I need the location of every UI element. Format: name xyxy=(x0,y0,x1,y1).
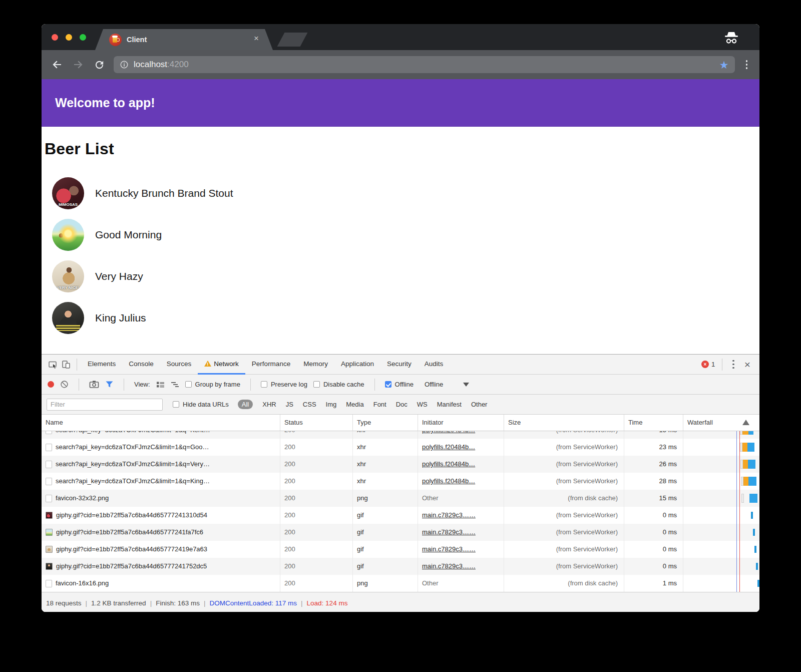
devtools-tab-elements[interactable]: Elements xyxy=(81,355,122,375)
request-type-icon xyxy=(46,529,53,536)
initiator-link[interactable]: main.c7829c3…… xyxy=(422,528,476,536)
request-name-cell[interactable]: search?api_key=dc6zaTOxFJmzC&limit=1&q=V… xyxy=(42,456,280,473)
table-row[interactable]: favicon-32x32.png 200 png Other (from di… xyxy=(42,490,759,507)
table-row[interactable]: search?api_key=dc6zaTOxFJmzC&limit=1&q=K… xyxy=(42,473,759,490)
back-button[interactable] xyxy=(51,58,64,71)
column-header-type[interactable]: Type xyxy=(353,415,418,431)
url-bar[interactable]: localhost:4200 xyxy=(114,56,735,73)
request-initiator-cell[interactable]: Other xyxy=(418,575,504,592)
page-info-icon[interactable] xyxy=(120,60,129,69)
devtools-tab-application[interactable]: Application xyxy=(334,355,380,375)
table-row[interactable]: search?api_key=dc6zaTOxFJmzC&limit=1&q=G… xyxy=(42,439,759,456)
hide-data-urls-checkbox[interactable]: Hide data URLs xyxy=(173,401,229,408)
filter-funnel-icon[interactable] xyxy=(105,381,114,389)
request-type-icon xyxy=(46,461,52,468)
filter-chip-other[interactable]: Other xyxy=(471,401,488,408)
new-tab-button[interactable] xyxy=(277,33,308,47)
inspect-element-icon[interactable] xyxy=(47,358,60,371)
filter-chip-media[interactable]: Media xyxy=(346,401,363,408)
browser-tab[interactable]: Client xyxy=(95,29,273,50)
request-name-cell[interactable]: search?api_key=dc6zaTOxFJmzC&limit=1&q=K… xyxy=(42,473,280,490)
request-initiator-cell[interactable]: polyfills.f20484b… xyxy=(418,439,504,456)
devtools-tab-network[interactable]: Network xyxy=(198,355,245,375)
request-name-cell[interactable]: favicon-32x32.png xyxy=(42,490,280,507)
devtools-menu-icon[interactable] xyxy=(729,358,737,371)
filter-chip-css[interactable]: CSS xyxy=(303,401,316,408)
minimize-window-button[interactable] xyxy=(66,34,72,41)
filter-chip-manifest[interactable]: Manifest xyxy=(437,401,462,408)
initiator-link[interactable]: polyfills.f20484b… xyxy=(422,460,475,468)
scroll-up-icon[interactable] xyxy=(742,420,749,425)
reload-button[interactable] xyxy=(93,58,106,71)
table-row[interactable]: giphy.gif?cid=e1bb72ff5a7c6ba44d65777241… xyxy=(42,507,759,524)
column-header-time[interactable]: Time xyxy=(624,415,683,431)
request-initiator-cell[interactable]: polyfills.f20484b… xyxy=(418,473,504,490)
request-initiator-cell[interactable]: main.c7829c3…… xyxy=(418,558,504,575)
filter-chip-img[interactable]: Img xyxy=(326,401,337,408)
devtools-tab-security[interactable]: Security xyxy=(380,355,418,375)
view-overview-icon[interactable] xyxy=(171,381,179,389)
request-name-cell[interactable]: search?api_key=dc6zaTOxFJmzC&limit=1&q=K… xyxy=(42,431,280,439)
table-row[interactable]: giphy.gif?cid=e1bb72ff5a7c6ba44d65777241… xyxy=(42,541,759,558)
request-size-cell: (from ServiceWorker) xyxy=(504,473,624,490)
filter-chip-xhr[interactable]: XHR xyxy=(262,401,276,408)
request-name-cell[interactable]: favicon-16x16.png xyxy=(42,575,280,592)
screenshot-capture-icon[interactable] xyxy=(89,380,99,389)
table-row[interactable]: search?api_key=dc6zaTOxFJmzC&limit=1&q=V… xyxy=(42,456,759,473)
filter-input[interactable] xyxy=(47,399,163,411)
view-list-icon[interactable] xyxy=(156,381,165,389)
forward-button[interactable] xyxy=(72,58,85,71)
tab-close-icon[interactable] xyxy=(254,34,259,44)
devtools-close-icon[interactable] xyxy=(740,359,754,371)
request-initiator-cell[interactable]: main.c7829c3…… xyxy=(418,524,504,541)
request-name-cell[interactable]: giphy.gif?cid=e1bb72ff5a7c6ba44d65777241… xyxy=(42,558,280,575)
bookmark-star-icon[interactable] xyxy=(719,60,729,70)
request-initiator-cell[interactable]: main.c7829c3…… xyxy=(418,541,504,558)
request-name-cell[interactable]: giphy.gif?cid=e1bb72ff5a7c6ba44d65777241… xyxy=(42,524,280,541)
record-button[interactable] xyxy=(48,381,54,388)
table-row[interactable]: giphy.gif?cid=e1bb72ff5a7c6ba44d65777241… xyxy=(42,558,759,575)
table-row[interactable]: search?api_key=dc6zaTOxFJmzC&limit=1&q=K… xyxy=(42,431,759,439)
initiator-link[interactable]: polyfills.f20484b… xyxy=(422,431,475,434)
table-row[interactable]: favicon-16x16.png 200 png Other (from di… xyxy=(42,575,759,592)
column-header-size[interactable]: Size xyxy=(504,415,624,431)
request-name-cell[interactable]: search?api_key=dc6zaTOxFJmzC&limit=1&q=G… xyxy=(42,439,280,456)
filter-chip-ws[interactable]: WS xyxy=(417,401,428,408)
devtools-tab-sources[interactable]: Sources xyxy=(160,355,198,375)
devtools-tab-console[interactable]: Console xyxy=(122,355,160,375)
initiator-link[interactable]: main.c7829c3…… xyxy=(422,545,476,553)
request-initiator-cell[interactable]: Other xyxy=(418,490,504,507)
devtools-tab-memory[interactable]: Memory xyxy=(297,355,334,375)
table-row[interactable]: giphy.gif?cid=e1bb72ff5a7c6ba44d65777241… xyxy=(42,524,759,541)
maximize-window-button[interactable] xyxy=(80,34,86,41)
error-count-badge[interactable]: 1 xyxy=(701,361,715,368)
request-initiator-cell[interactable]: main.c7829c3…… xyxy=(418,507,504,524)
group-by-frame-checkbox[interactable]: Group by frame xyxy=(185,381,240,388)
filter-chip-all[interactable]: All xyxy=(238,400,253,409)
throttling-select[interactable]: Offline xyxy=(425,381,469,388)
browser-menu-icon[interactable] xyxy=(743,58,751,71)
offline-checkbox[interactable]: Offline xyxy=(385,381,414,388)
devtools-tab-performance[interactable]: Performance xyxy=(245,355,297,375)
close-window-button[interactable] xyxy=(52,34,58,41)
device-toolbar-icon[interactable] xyxy=(60,358,73,371)
preserve-log-checkbox[interactable]: Preserve log xyxy=(261,381,307,388)
initiator-link[interactable]: main.c7829c3…… xyxy=(422,511,476,519)
filter-chip-font[interactable]: Font xyxy=(373,401,386,408)
initiator-link[interactable]: polyfills.f20484b… xyxy=(422,477,475,485)
filter-chip-doc[interactable]: Doc xyxy=(396,401,408,408)
clear-button[interactable] xyxy=(60,380,69,389)
column-header-initiator[interactable]: Initiator xyxy=(418,415,504,431)
finish-time: Finish: 163 ms xyxy=(146,599,200,607)
request-name-cell[interactable]: giphy.gif?cid=e1bb72ff5a7c6ba44d65777241… xyxy=(42,507,280,524)
filter-chip-js[interactable]: JS xyxy=(286,401,293,408)
initiator-link[interactable]: main.c7829c3…… xyxy=(422,562,476,570)
request-name-cell[interactable]: giphy.gif?cid=e1bb72ff5a7c6ba44d65777241… xyxy=(42,541,280,558)
request-initiator-cell[interactable]: polyfills.f20484b… xyxy=(418,456,504,473)
disable-cache-checkbox[interactable]: Disable cache xyxy=(313,381,364,388)
request-initiator-cell[interactable]: polyfills.f20484b… xyxy=(418,431,504,439)
column-header-name[interactable]: Name xyxy=(42,415,280,431)
devtools-tab-audits[interactable]: Audits xyxy=(418,355,450,375)
initiator-link[interactable]: polyfills.f20484b… xyxy=(422,443,475,451)
column-header-status[interactable]: Status xyxy=(280,415,353,431)
